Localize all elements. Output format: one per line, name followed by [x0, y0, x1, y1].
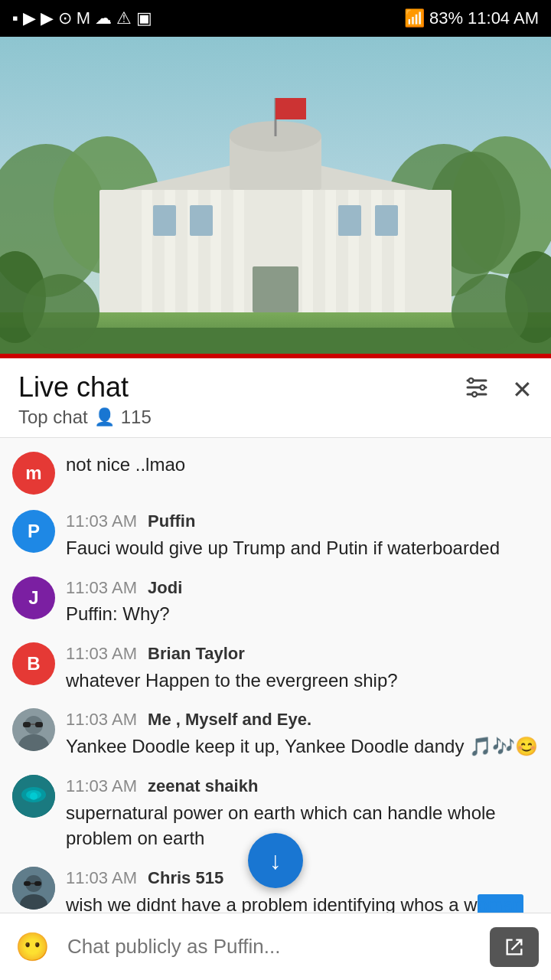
message-time: 11:03 AM — [66, 710, 137, 729]
message-text: Puffin: Why? — [66, 601, 539, 627]
chat-messages-list: m not nice ..lmao P 11:03 AM Puffin Fauc… — [0, 438, 551, 980]
message-text: not nice ..lmao — [66, 452, 539, 478]
message-content: 11:03 AM Brian Taylor whatever Happen to… — [66, 642, 539, 693]
message-content: 11:03 AM zeenat shaikh supernatural powe… — [66, 775, 539, 851]
down-arrow-icon: ↓ — [269, 847, 282, 875]
youtube-icon: ▶ — [41, 8, 54, 28]
send-button[interactable] — [490, 927, 539, 967]
time-display: 11:04 AM — [468, 8, 539, 28]
close-button[interactable]: ✕ — [512, 377, 533, 402]
notification-icons: ▪ ▶ ▶ ⊙ M ☁ ⚠ ▣ — [12, 8, 152, 28]
avatar — [12, 775, 55, 818]
battery-text: 83% — [429, 8, 463, 28]
svg-rect-43 — [23, 722, 31, 727]
chat-header: Live chat Top chat 👤 115 ✕ — [0, 358, 551, 438]
chat-input-bar: 😶 — [0, 913, 551, 980]
svg-rect-16 — [325, 190, 336, 312]
chat-message: P 11:03 AM Puffin Fauci would give up Tr… — [0, 502, 551, 568]
cloud-icon: ☁ — [95, 8, 112, 28]
message-username: zeenat shaikh — [148, 776, 258, 795]
sync-icon: ⊙ — [58, 8, 72, 28]
svg-rect-54 — [34, 881, 41, 886]
message-time: 11:03 AM — [66, 776, 137, 795]
svg-point-37 — [469, 378, 474, 383]
svg-rect-14 — [233, 190, 244, 312]
svg-rect-44 — [35, 722, 43, 727]
message-username: Chris 515 — [148, 868, 223, 887]
message-meta: 11:03 AM Chris 515 — [66, 867, 539, 890]
message-meta: 11:03 AM Me , Myself and Eye. — [66, 708, 539, 732]
video-player[interactable] — [0, 37, 551, 358]
viewer-icon: 👤 — [94, 407, 115, 427]
avatar — [12, 867, 55, 910]
folder-icon: ▪ — [12, 8, 18, 28]
svg-rect-22 — [338, 205, 361, 236]
chat-header-left: Live chat Top chat 👤 115 — [18, 371, 152, 428]
messenger-icon: M — [77, 8, 90, 28]
svg-rect-23 — [375, 205, 398, 236]
chat-message: m not nice ..lmao — [0, 444, 551, 502]
svg-point-39 — [472, 392, 477, 397]
message-content: 11:03 AM Jodi Puffin: Why? — [66, 577, 539, 627]
filter-button[interactable] — [463, 374, 491, 405]
svg-rect-21 — [190, 205, 213, 236]
message-text: Fauci would give up Trump and Putin if w… — [66, 535, 539, 561]
message-content: not nice ..lmao — [66, 452, 539, 478]
chat-input-field[interactable] — [61, 927, 481, 967]
message-meta: 11:03 AM Puffin — [66, 510, 539, 534]
chat-message: J 11:03 AM Jodi Puffin: Why? — [0, 569, 551, 635]
chat-subtitle: Top chat 👤 115 — [18, 407, 152, 428]
svg-rect-53 — [24, 881, 31, 886]
status-indicators: 📶 83% 11:04 AM — [404, 8, 539, 28]
message-content: 11:03 AM Puffin Fauci would give up Trum… — [66, 510, 539, 560]
play-icon: ▶ — [23, 8, 36, 28]
svg-rect-20 — [153, 205, 176, 236]
chat-message: 11:03 AM Me , Myself and Eye. Yankee Doo… — [0, 701, 551, 766]
svg-rect-26 — [276, 98, 306, 119]
image-icon: ▣ — [136, 8, 152, 28]
message-text: whatever Happen to the evergreen ship? — [66, 668, 539, 694]
avatar: J — [12, 577, 55, 619]
top-chat-label: Top chat — [18, 407, 88, 428]
svg-point-38 — [481, 385, 485, 390]
message-time: 11:03 AM — [66, 644, 137, 663]
message-username: Jodi — [148, 578, 182, 597]
chat-message: B 11:03 AM Brian Taylor whatever Happen … — [0, 635, 551, 701]
message-content: 11:03 AM Me , Myself and Eye. Yankee Doo… — [66, 708, 539, 759]
svg-point-49 — [30, 792, 37, 800]
avatar: P — [12, 510, 55, 553]
wifi-icon: 📶 — [404, 8, 425, 28]
svg-point-32 — [452, 274, 528, 351]
svg-rect-24 — [253, 266, 298, 312]
message-time: 11:03 AM — [66, 578, 137, 597]
message-username: Puffin — [148, 511, 195, 531]
message-meta: 11:03 AM Brian Taylor — [66, 642, 539, 666]
message-text: supernatural power on earth which can ha… — [66, 800, 539, 851]
message-username: Brian Taylor — [148, 644, 245, 663]
message-meta: 11:03 AM zeenat shaikh — [66, 775, 539, 799]
chat-title: Live chat — [18, 371, 152, 403]
message-time: 11:03 AM — [66, 511, 137, 531]
viewer-count: 115 — [121, 407, 152, 428]
svg-rect-10 — [142, 190, 152, 312]
chat-header-right[interactable]: ✕ — [463, 371, 533, 405]
svg-rect-33 — [0, 354, 551, 358]
message-text: Yankee Doodle keep it up, Yankee Doodle … — [66, 733, 539, 760]
message-time: 11:03 AM — [66, 868, 137, 887]
svg-rect-15 — [302, 190, 313, 312]
scroll-to-bottom-button[interactable]: ↓ — [248, 833, 303, 888]
warning-icon: ⚠ — [116, 8, 132, 28]
emoji-button[interactable]: 😶 — [12, 927, 52, 967]
svg-point-31 — [23, 274, 99, 351]
message-meta: 11:03 AM Jodi — [66, 577, 539, 600]
avatar: B — [12, 642, 55, 685]
avatar: m — [12, 452, 55, 495]
message-username: Me , Myself and Eye. — [148, 710, 311, 729]
avatar — [12, 708, 55, 751]
status-bar: ▪ ▶ ▶ ⊙ M ☁ ⚠ ▣ 📶 83% 11:04 AM — [0, 0, 551, 37]
